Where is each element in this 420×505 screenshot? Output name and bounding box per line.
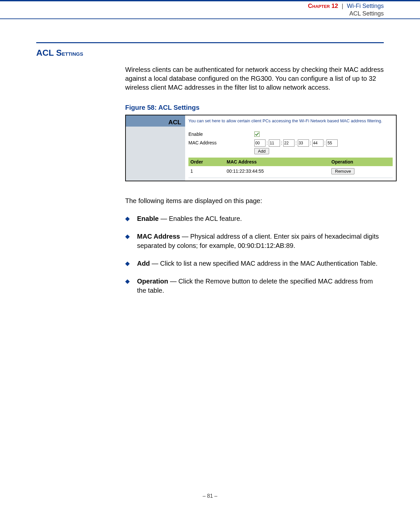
- bullet-term: Operation: [137, 278, 168, 285]
- chapter-number: 12: [331, 3, 338, 9]
- enable-label: Enable: [188, 131, 254, 137]
- section-rule: [36, 42, 384, 43]
- th-operation: Operation: [331, 159, 391, 165]
- acl-side-label: ACL: [126, 115, 185, 127]
- bullet-rest: — Click to list a new specified MAC addr…: [150, 260, 378, 267]
- acl-panel: ACL You can set here to allow certain cl…: [125, 115, 397, 181]
- bullet-term: MAC Address: [137, 233, 180, 240]
- diamond-icon: ◆: [125, 259, 130, 268]
- figure-caption: Figure 58: ACL Settings: [125, 103, 384, 112]
- list-item: ◆ Add — Click to list a new specified MA…: [125, 259, 384, 268]
- td-mac: 00:11:22:33:44:55: [227, 168, 331, 174]
- add-button[interactable]: Add: [254, 148, 269, 154]
- mac-octet-4[interactable]: [312, 139, 323, 147]
- section-title: ACL Settings: [36, 48, 384, 58]
- diamond-icon: ◆: [125, 232, 130, 250]
- enable-checkbox[interactable]: [254, 132, 260, 137]
- acl-side-blank: [126, 127, 185, 181]
- diamond-icon: ◆: [125, 215, 130, 223]
- mac-octet-3[interactable]: [298, 139, 309, 147]
- diamond-icon: ◆: [125, 277, 130, 295]
- section-title-rest: ettings: [62, 49, 83, 57]
- bullet-rest: — Enables the ACL feature.: [159, 215, 242, 222]
- bullet-term: Add: [137, 260, 150, 267]
- bullet-rest: — Click the Remove button to delete the …: [137, 278, 373, 294]
- th-mac: MAC Address: [227, 159, 331, 165]
- th-order: Order: [190, 159, 227, 165]
- td-order: 1: [190, 168, 227, 174]
- header-separator: |: [342, 3, 343, 9]
- chapter-label: Chapter: [308, 3, 330, 9]
- mac-octet-2[interactable]: [283, 139, 294, 147]
- intro-paragraph: Wireless clients can be authenticated fo…: [125, 65, 384, 92]
- list-item: ◆ Enable — Enables the ACL feature.: [125, 214, 384, 223]
- table-row: 1 00:11:22:33:44:55 Remove: [188, 166, 393, 176]
- page-number: – 81 –: [0, 493, 420, 499]
- bullet-term: Enable: [137, 215, 159, 222]
- breadcrumb-primary: Wi-Fi Settings: [347, 3, 384, 9]
- list-item: ◆ Operation — Click the Remove button to…: [125, 277, 384, 295]
- mac-octet-5[interactable]: [326, 139, 338, 147]
- acl-hint-text: You can set here to allow certain client…: [188, 118, 393, 124]
- mac-input-group: :::::: [254, 139, 338, 147]
- mac-octet-0[interactable]: [254, 139, 266, 147]
- page-header: Chapter 12 | Wi-Fi Settings ACL Settings: [0, 0, 420, 19]
- acl-table-divider: [188, 178, 393, 178]
- remove-button[interactable]: Remove: [331, 168, 354, 174]
- section-title-prefix: ACL S: [36, 48, 62, 58]
- list-item: ◆ MAC Address — Physical address of a cl…: [125, 232, 384, 250]
- acl-table-header: Order MAC Address Operation: [188, 158, 393, 166]
- breadcrumb-secondary: ACL Settings: [0, 10, 384, 17]
- mac-octet-1[interactable]: [269, 139, 280, 147]
- mac-address-label: MAC Address: [188, 140, 254, 146]
- followup-text: The following items are displayed on thi…: [125, 196, 384, 205]
